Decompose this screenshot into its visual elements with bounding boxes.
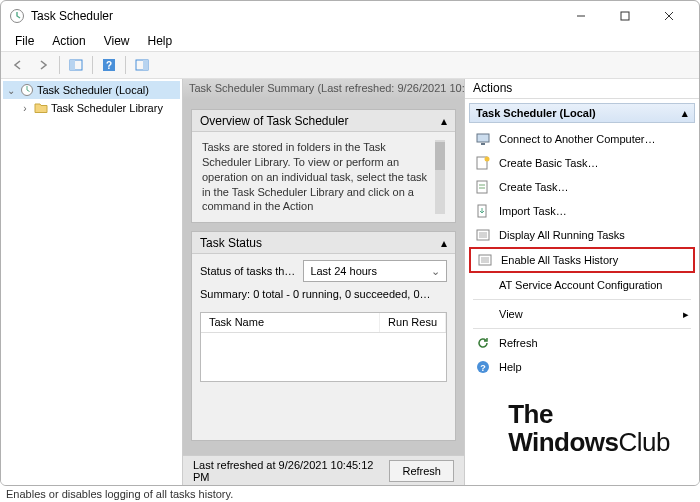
help-button[interactable]: ? xyxy=(98,54,120,76)
center-footer: Last refreshed at 9/26/2021 10:45:12 PM … xyxy=(183,455,464,485)
forward-button[interactable] xyxy=(32,54,54,76)
refresh-button[interactable]: Refresh xyxy=(389,460,454,482)
timeframe-value: Last 24 hours xyxy=(310,265,377,277)
action-pane-button[interactable] xyxy=(131,54,153,76)
close-button[interactable] xyxy=(647,2,691,30)
actions-title: Actions xyxy=(465,79,699,99)
scrollbar[interactable] xyxy=(435,140,445,214)
statusbar: Enables or disables logging of all tasks… xyxy=(0,486,700,502)
summary-header: Task Scheduler Summary (Last refreshed: … xyxy=(183,79,464,99)
overview-panel: Overview of Task Scheduler ▴ Tasks are s… xyxy=(191,109,456,223)
history-icon xyxy=(477,252,493,268)
svg-rect-7 xyxy=(143,60,148,70)
task-status-header[interactable]: Task Status ▴ xyxy=(192,232,455,254)
minimize-button[interactable] xyxy=(559,2,603,30)
chevron-up-icon: ▴ xyxy=(441,236,447,250)
menu-action[interactable]: Action xyxy=(44,32,93,50)
col-task-name[interactable]: Task Name xyxy=(201,313,380,332)
action-refresh[interactable]: Refresh xyxy=(465,331,699,355)
timeframe-select[interactable]: Last 24 hours ⌄ xyxy=(303,260,447,282)
svg-text:?: ? xyxy=(106,60,112,71)
center-pane: Task Scheduler Summary (Last refreshed: … xyxy=(183,79,464,485)
window-title: Task Scheduler xyxy=(31,9,113,23)
toolbar: ? xyxy=(1,51,699,79)
actions-group-label: Task Scheduler (Local) xyxy=(476,107,596,119)
svg-rect-10 xyxy=(481,143,485,145)
actions-pane: Actions Task Scheduler (Local) ▴ Connect… xyxy=(464,79,699,485)
status-label: Status of tasks th… xyxy=(200,265,295,277)
svg-text:?: ? xyxy=(480,363,486,373)
last-refreshed-text: Last refreshed at 9/26/2021 10:45:12 PM xyxy=(193,459,381,483)
tree-library-label: Task Scheduler Library xyxy=(51,102,163,114)
task-status-title: Task Status xyxy=(200,236,262,250)
menu-file[interactable]: File xyxy=(7,32,42,50)
task-list[interactable]: Task Name Run Resu xyxy=(200,312,447,382)
import-icon xyxy=(475,203,491,219)
computer-icon xyxy=(475,131,491,147)
maximize-button[interactable] xyxy=(603,2,647,30)
svg-rect-3 xyxy=(70,60,75,70)
task-scheduler-window: Task Scheduler File Action View Help ? ⌄… xyxy=(0,0,700,486)
menu-view[interactable]: View xyxy=(96,32,138,50)
expand-icon[interactable]: › xyxy=(19,103,31,114)
svg-rect-1 xyxy=(621,12,629,20)
chevron-up-icon: ▴ xyxy=(682,107,688,120)
action-display-running[interactable]: Display All Running Tasks xyxy=(465,223,699,247)
action-import-task[interactable]: Import Task… xyxy=(465,199,699,223)
tree-library[interactable]: › Task Scheduler Library xyxy=(3,99,180,117)
help-icon: ? xyxy=(475,359,491,375)
tree-pane: ⌄ Task Scheduler (Local) › Task Schedule… xyxy=(1,79,183,485)
menu-help[interactable]: Help xyxy=(140,32,181,50)
refresh-icon xyxy=(475,335,491,351)
svg-rect-13 xyxy=(477,181,487,193)
list-icon xyxy=(475,227,491,243)
overview-title: Overview of Task Scheduler xyxy=(200,114,349,128)
chevron-right-icon: ▸ xyxy=(683,308,689,321)
svg-rect-9 xyxy=(477,134,489,142)
action-view[interactable]: View ▸ xyxy=(465,302,699,326)
list-header: Task Name Run Resu xyxy=(201,313,446,333)
actions-group-header[interactable]: Task Scheduler (Local) ▴ xyxy=(469,103,695,123)
overview-text: Tasks are stored in folders in the Task … xyxy=(202,140,429,214)
action-create-basic-task[interactable]: Create Basic Task… xyxy=(465,151,699,175)
task-status-panel: Task Status ▴ Status of tasks th… Last 2… xyxy=(191,231,456,441)
chevron-down-icon: ⌄ xyxy=(431,265,440,278)
action-at-service[interactable]: AT Service Account Configuration xyxy=(465,273,699,297)
status-summary: Summary: 0 total - 0 running, 0 succeede… xyxy=(192,288,455,306)
wizard-icon xyxy=(475,155,491,171)
folder-icon xyxy=(34,101,48,115)
action-create-task[interactable]: Create Task… xyxy=(465,175,699,199)
back-button[interactable] xyxy=(7,54,29,76)
task-icon xyxy=(475,179,491,195)
scheduler-icon xyxy=(20,83,34,97)
show-hide-tree-button[interactable] xyxy=(65,54,87,76)
tree-root[interactable]: ⌄ Task Scheduler (Local) xyxy=(3,81,180,99)
app-icon xyxy=(9,8,25,24)
col-run-result[interactable]: Run Resu xyxy=(380,313,446,332)
chevron-up-icon: ▴ xyxy=(441,114,447,128)
titlebar: Task Scheduler xyxy=(1,1,699,31)
action-help[interactable]: ? Help xyxy=(465,355,699,379)
tree-root-label: Task Scheduler (Local) xyxy=(37,84,149,96)
menubar: File Action View Help xyxy=(1,31,699,51)
collapse-icon[interactable]: ⌄ xyxy=(5,85,17,96)
overview-header[interactable]: Overview of Task Scheduler ▴ xyxy=(192,110,455,132)
action-connect[interactable]: Connect to Another Computer… xyxy=(465,127,699,151)
svg-point-12 xyxy=(485,157,490,162)
action-enable-history[interactable]: Enable All Tasks History xyxy=(469,247,695,273)
